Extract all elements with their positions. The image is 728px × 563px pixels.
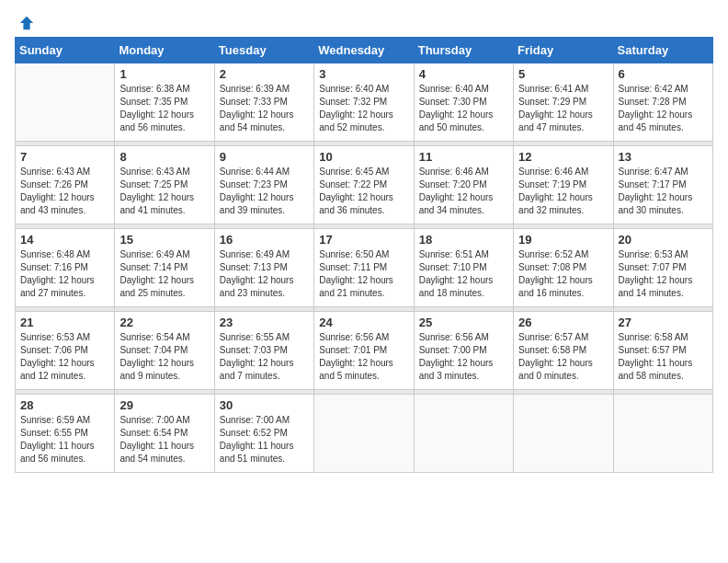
week-row-4: 28Sunrise: 6:59 AM Sunset: 6:55 PM Dayli… xyxy=(16,395,713,473)
day-number: 9 xyxy=(220,150,309,164)
day-info: Sunrise: 6:54 AM Sunset: 7:04 PM Dayligh… xyxy=(119,331,209,383)
day-number: 4 xyxy=(419,67,508,81)
week-row-0: 1Sunrise: 6:38 AM Sunset: 7:35 PM Daylig… xyxy=(16,63,713,142)
day-number: 21 xyxy=(20,316,109,329)
day-number: 3 xyxy=(319,67,408,81)
day-info: Sunrise: 6:46 AM Sunset: 7:20 PM Dayligh… xyxy=(419,166,508,217)
day-info: Sunrise: 6:59 AM Sunset: 6:55 PM Dayligh… xyxy=(20,414,109,465)
day-number: 15 xyxy=(119,233,209,247)
day-number: 23 xyxy=(220,316,309,329)
weekday-header-row: SundayMondayTuesdayWednesdayThursdayFrid… xyxy=(16,38,713,63)
svg-marker-0 xyxy=(20,17,33,29)
weekday-header-friday: Friday xyxy=(514,38,613,63)
calendar-cell: 4Sunrise: 6:40 AM Sunset: 7:30 PM Daylig… xyxy=(414,63,513,142)
calendar-cell: 5Sunrise: 6:41 AM Sunset: 7:29 PM Daylig… xyxy=(514,63,613,142)
calendar-cell: 21Sunrise: 6:53 AM Sunset: 7:06 PM Dayli… xyxy=(16,312,115,390)
day-info: Sunrise: 6:53 AM Sunset: 7:06 PM Dayligh… xyxy=(20,331,109,383)
day-number: 2 xyxy=(220,67,309,81)
weekday-header-thursday: Thursday xyxy=(414,38,513,63)
day-number: 1 xyxy=(119,67,209,81)
calendar-cell: 27Sunrise: 6:58 AM Sunset: 6:57 PM Dayli… xyxy=(613,312,712,390)
calendar-cell: 24Sunrise: 6:56 AM Sunset: 7:01 PM Dayli… xyxy=(314,312,414,390)
logo xyxy=(15,15,35,28)
day-number: 12 xyxy=(518,150,608,164)
day-info: Sunrise: 6:50 AM Sunset: 7:11 PM Dayligh… xyxy=(319,248,408,300)
day-info: Sunrise: 6:42 AM Sunset: 7:28 PM Dayligh… xyxy=(619,83,708,134)
weekday-header-wednesday: Wednesday xyxy=(314,38,414,63)
day-info: Sunrise: 7:00 AM Sunset: 6:52 PM Dayligh… xyxy=(220,414,309,465)
calendar-cell xyxy=(314,395,414,473)
day-info: Sunrise: 6:53 AM Sunset: 7:07 PM Dayligh… xyxy=(619,248,708,300)
day-info: Sunrise: 6:47 AM Sunset: 7:17 PM Dayligh… xyxy=(619,166,708,217)
day-number: 25 xyxy=(419,316,508,329)
calendar-cell: 19Sunrise: 6:52 AM Sunset: 7:08 PM Dayli… xyxy=(514,229,613,307)
day-info: Sunrise: 6:43 AM Sunset: 7:25 PM Dayligh… xyxy=(119,166,209,217)
day-info: Sunrise: 6:38 AM Sunset: 7:35 PM Dayligh… xyxy=(119,83,209,134)
calendar-cell: 8Sunrise: 6:43 AM Sunset: 7:25 PM Daylig… xyxy=(115,146,214,224)
day-info: Sunrise: 6:41 AM Sunset: 7:29 PM Dayligh… xyxy=(518,83,608,134)
day-info: Sunrise: 7:00 AM Sunset: 6:54 PM Dayligh… xyxy=(119,414,209,465)
calendar-cell: 16Sunrise: 6:49 AM Sunset: 7:13 PM Dayli… xyxy=(214,229,313,307)
day-number: 19 xyxy=(518,233,608,247)
calendar-cell: 15Sunrise: 6:49 AM Sunset: 7:14 PM Dayli… xyxy=(115,229,214,307)
calendar-cell xyxy=(414,395,513,473)
calendar-cell xyxy=(613,395,712,473)
day-number: 24 xyxy=(319,316,408,329)
day-number: 10 xyxy=(319,150,408,164)
day-number: 28 xyxy=(20,398,109,412)
day-info: Sunrise: 6:44 AM Sunset: 7:23 PM Dayligh… xyxy=(220,166,309,217)
calendar-cell: 10Sunrise: 6:45 AM Sunset: 7:22 PM Dayli… xyxy=(314,146,414,224)
day-info: Sunrise: 6:46 AM Sunset: 7:19 PM Dayligh… xyxy=(518,166,608,217)
page-header xyxy=(15,15,713,28)
day-number: 17 xyxy=(319,233,408,247)
calendar-cell: 17Sunrise: 6:50 AM Sunset: 7:11 PM Dayli… xyxy=(314,229,414,307)
day-info: Sunrise: 6:57 AM Sunset: 6:58 PM Dayligh… xyxy=(518,331,608,383)
day-number: 18 xyxy=(419,233,508,247)
logo-icon xyxy=(18,15,35,31)
day-info: Sunrise: 6:51 AM Sunset: 7:10 PM Dayligh… xyxy=(419,248,508,300)
calendar-cell: 22Sunrise: 6:54 AM Sunset: 7:04 PM Dayli… xyxy=(115,312,214,390)
day-number: 22 xyxy=(119,316,209,329)
calendar-cell: 1Sunrise: 6:38 AM Sunset: 7:35 PM Daylig… xyxy=(115,63,214,142)
calendar-cell: 7Sunrise: 6:43 AM Sunset: 7:26 PM Daylig… xyxy=(16,146,115,224)
day-info: Sunrise: 6:40 AM Sunset: 7:32 PM Dayligh… xyxy=(319,83,408,134)
calendar-cell xyxy=(514,395,613,473)
day-info: Sunrise: 6:49 AM Sunset: 7:13 PM Dayligh… xyxy=(220,248,309,300)
calendar-cell: 26Sunrise: 6:57 AM Sunset: 6:58 PM Dayli… xyxy=(514,312,613,390)
day-number: 30 xyxy=(220,398,309,412)
calendar-cell: 12Sunrise: 6:46 AM Sunset: 7:19 PM Dayli… xyxy=(514,146,613,224)
calendar-cell: 13Sunrise: 6:47 AM Sunset: 7:17 PM Dayli… xyxy=(613,146,712,224)
day-number: 26 xyxy=(518,316,608,329)
day-number: 29 xyxy=(119,398,209,412)
day-number: 11 xyxy=(419,150,508,164)
calendar-cell: 3Sunrise: 6:40 AM Sunset: 7:32 PM Daylig… xyxy=(314,63,414,142)
day-number: 6 xyxy=(619,67,708,81)
day-info: Sunrise: 6:40 AM Sunset: 7:30 PM Dayligh… xyxy=(419,83,508,134)
day-info: Sunrise: 6:52 AM Sunset: 7:08 PM Dayligh… xyxy=(518,248,608,300)
calendar-cell: 6Sunrise: 6:42 AM Sunset: 7:28 PM Daylig… xyxy=(613,63,712,142)
calendar-cell: 23Sunrise: 6:55 AM Sunset: 7:03 PM Dayli… xyxy=(214,312,313,390)
calendar-cell: 18Sunrise: 6:51 AM Sunset: 7:10 PM Dayli… xyxy=(414,229,513,307)
calendar-cell: 9Sunrise: 6:44 AM Sunset: 7:23 PM Daylig… xyxy=(214,146,313,224)
calendar-cell: 25Sunrise: 6:56 AM Sunset: 7:00 PM Dayli… xyxy=(414,312,513,390)
day-info: Sunrise: 6:58 AM Sunset: 6:57 PM Dayligh… xyxy=(619,331,708,383)
day-info: Sunrise: 6:45 AM Sunset: 7:22 PM Dayligh… xyxy=(319,166,408,217)
day-number: 20 xyxy=(619,233,708,247)
calendar-cell: 11Sunrise: 6:46 AM Sunset: 7:20 PM Dayli… xyxy=(414,146,513,224)
week-row-2: 14Sunrise: 6:48 AM Sunset: 7:16 PM Dayli… xyxy=(16,229,713,307)
day-number: 16 xyxy=(220,233,309,247)
calendar-cell: 2Sunrise: 6:39 AM Sunset: 7:33 PM Daylig… xyxy=(214,63,313,142)
day-info: Sunrise: 6:56 AM Sunset: 7:00 PM Dayligh… xyxy=(419,331,508,383)
calendar-cell xyxy=(16,63,115,142)
calendar-cell: 29Sunrise: 7:00 AM Sunset: 6:54 PM Dayli… xyxy=(115,395,214,473)
week-row-1: 7Sunrise: 6:43 AM Sunset: 7:26 PM Daylig… xyxy=(16,146,713,224)
day-info: Sunrise: 6:55 AM Sunset: 7:03 PM Dayligh… xyxy=(220,331,309,383)
day-number: 5 xyxy=(518,67,608,81)
calendar-cell: 28Sunrise: 6:59 AM Sunset: 6:55 PM Dayli… xyxy=(16,395,115,473)
calendar-cell: 20Sunrise: 6:53 AM Sunset: 7:07 PM Dayli… xyxy=(613,229,712,307)
day-info: Sunrise: 6:48 AM Sunset: 7:16 PM Dayligh… xyxy=(20,248,109,300)
day-number: 8 xyxy=(119,150,209,164)
weekday-header-monday: Monday xyxy=(115,38,214,63)
weekday-header-saturday: Saturday xyxy=(613,38,712,63)
weekday-header-tuesday: Tuesday xyxy=(214,38,313,63)
